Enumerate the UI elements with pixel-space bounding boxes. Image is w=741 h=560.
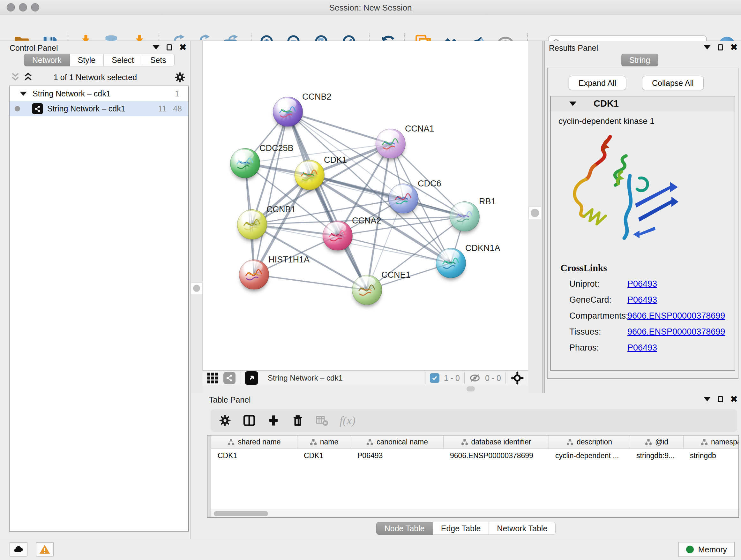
crosslink-row: Compartments:9606.ENSP00000378699 [551,308,735,324]
tree-expand-icon [20,91,27,96]
tab-select[interactable]: Select [104,54,142,66]
table-cell[interactable]: stringdb:9... [630,449,684,462]
panel-close-icon[interactable]: ✖ [730,44,738,51]
collapse-all-button[interactable]: Collapse All [642,76,704,90]
pan-crosshair-icon[interactable] [510,371,524,385]
table-tabs: Node TableEdge TableNetwork Table [376,522,556,535]
table-cell[interactable]: CDK1 [211,449,297,462]
table-row[interactable]: CDK1CDK1P064939606.ENSP00000378699cyclin… [211,449,738,462]
network-node-HIST1H1A[interactable] [239,260,269,290]
column-header[interactable]: @id [630,435,684,449]
panel-close-icon[interactable]: ✖ [179,44,187,51]
network-list-header: 1 of 1 Network selected [0,70,191,85]
right-splitter[interactable] [528,41,542,393]
crosslink-link[interactable]: 9606.ENSP00000378699 [627,327,725,337]
crosslink-link[interactable]: P06493 [627,295,657,305]
node-label-CCNB2: CCNB2 [302,92,332,102]
node-label-CCNB1: CCNB1 [266,205,296,214]
network-node-CDC6[interactable] [388,184,418,213]
grid-view-icon[interactable] [206,372,219,384]
cloud-button[interactable] [10,543,27,557]
column-header[interactable]: name [297,435,351,449]
tab-edge-table[interactable]: Edge Table [433,522,489,535]
node-label-CCNA2: CCNA2 [352,216,381,226]
tab-node-table[interactable]: Node Table [376,522,433,535]
string-results-box: Expand All Collapse All CDK1 cyclin-depe… [547,68,738,379]
tab-string[interactable]: String [621,54,658,66]
network-node-CCNE1[interactable] [352,275,382,305]
warnings-button[interactable] [36,543,54,557]
network-edge[interactable] [288,112,391,144]
splitter-handle[interactable] [191,283,202,294]
network-node-CCNB1[interactable] [237,209,267,240]
delete-column-trash-icon[interactable] [291,414,305,427]
node-table: shared namenamecanonical namedatabase id… [207,435,739,518]
panel-menu-icon[interactable] [704,45,711,50]
control-panel-tabs: NetworkStyleSelectSets [24,54,175,66]
crosslinks-list: Uniprot:P06493GeneCard:P06493Compartment… [551,276,735,356]
node-label-CDC25B: CDC25B [259,143,293,153]
column-header[interactable]: description [549,435,630,449]
table-cell[interactable]: P06493 [351,449,444,462]
status-bar: Memory [0,539,741,560]
protein-structure-image [559,131,693,257]
panel-float-icon[interactable] [166,44,172,51]
column-header[interactable]: namespace [684,435,739,449]
column-header[interactable]: database identifier [444,435,549,449]
horizontal-scrollbar[interactable] [211,509,738,517]
crosslinks-heading: CrossLinks [560,262,607,273]
tab-network[interactable]: Network [24,54,70,66]
table-gear-icon[interactable] [218,414,232,427]
gene-description: cyclin-dependent kinase 1 [558,116,735,126]
crosslink-link[interactable]: P06493 [627,343,657,353]
network-node-CCNA2[interactable] [323,221,353,251]
network-node-CCNB2[interactable] [273,97,303,127]
expand-all-button[interactable]: Expand All [569,76,626,90]
memory-button[interactable]: Memory [678,542,735,557]
tab-sets[interactable]: Sets [142,54,175,66]
table-cell[interactable]: cyclin-dependent ... [549,449,630,462]
network-selected-status: 1 of 1 Network selected [0,73,191,82]
network-share-view-icon[interactable] [223,372,235,384]
panel-float-icon[interactable] [718,44,723,51]
tab-network-table[interactable]: Network Table [489,522,556,535]
birds-eye-view-icon[interactable] [245,371,258,385]
crosslink-link[interactable]: P06493 [627,279,657,289]
panel-menu-icon[interactable] [152,45,159,50]
gene-card-header[interactable]: CDK1 [551,97,735,111]
column-header[interactable]: shared name [211,435,297,449]
network-node-CDKN1A[interactable] [436,248,466,278]
panel-menu-icon[interactable] [704,397,711,401]
column-header[interactable]: canonical name [351,435,444,449]
tree-network-row-selected[interactable]: String Network – cdk11148 [10,101,188,116]
crosslink-link[interactable]: 9606.ENSP00000378699 [627,311,725,321]
network-canvas[interactable]: CCNB2CCNA1CDC25BCDK1CDC6RB1CCNB1CCNA2CDK… [202,41,528,370]
panel-float-icon[interactable] [718,396,723,402]
network-edge[interactable] [254,274,367,290]
table-toolbar: f(x) [211,409,737,432]
network-node-CCNA1[interactable] [376,129,406,159]
network-state-dot [15,106,20,111]
table-panel-title: Table Panel [209,395,251,405]
tree-root-row[interactable]: String Network – cdk11 [10,86,188,101]
show-columns-icon[interactable] [243,414,256,427]
table-cell[interactable]: 9606.ENSP00000378699 [444,449,549,462]
gear-icon[interactable] [174,71,186,83]
collapse-gene-icon[interactable] [569,102,576,106]
scrollbar-thumb[interactable] [214,511,268,516]
crosslink-row: GeneCard:P06493 [551,292,735,308]
panel-close-icon[interactable]: ✖ [730,396,738,402]
left-splitter[interactable] [191,41,202,393]
add-column-icon[interactable] [267,414,280,427]
table-cell[interactable]: stringdb [684,449,739,462]
main-toolbar: ? [0,15,741,41]
results-splitter-bar[interactable] [542,41,545,393]
tab-style[interactable]: Style [70,54,104,66]
network-node-CDK1[interactable] [294,160,325,190]
network-node-CDC25B[interactable] [230,148,260,178]
bottom-splitter-handle[interactable] [467,386,475,391]
network-node-RB1[interactable] [450,201,480,232]
selected-nodes-checkbox[interactable] [430,373,440,383]
table-cell[interactable]: CDK1 [297,449,351,462]
splitter-handle[interactable] [529,206,541,219]
